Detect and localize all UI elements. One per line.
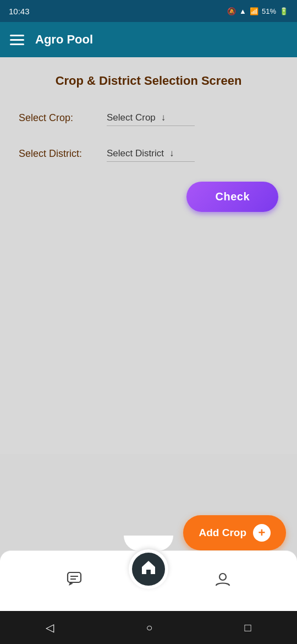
menu-button[interactable] bbox=[10, 35, 24, 45]
nav-profile[interactable] bbox=[148, 571, 297, 591]
back-button[interactable]: ◁ bbox=[46, 621, 54, 634]
plus-icon: + bbox=[258, 527, 266, 539]
app-bar: Agro Pool bbox=[0, 22, 297, 57]
crop-label: Select Crop: bbox=[19, 112, 107, 124]
screen-title: Crop & District Selection Screen bbox=[13, 74, 284, 88]
add-crop-icon-circle: + bbox=[253, 524, 271, 542]
wifi-icon: ▲ bbox=[239, 7, 246, 15]
check-btn-row: Check bbox=[13, 182, 284, 212]
notification-icon: 🔕 bbox=[227, 7, 236, 15]
main-content: Crop & District Selection Screen Select … bbox=[0, 57, 297, 454]
add-crop-label: Add Crop bbox=[199, 527, 246, 539]
empty-space bbox=[13, 212, 284, 443]
signal-icon: 📶 bbox=[250, 7, 258, 15]
profile-icon bbox=[215, 571, 230, 591]
nav-home-inner bbox=[132, 553, 165, 586]
district-row: Select District: Select District ↓ bbox=[13, 146, 284, 162]
crop-dropdown[interactable]: Select Crop ↓ bbox=[107, 110, 195, 126]
svg-rect-0 bbox=[68, 572, 81, 582]
district-dropdown-value: Select District bbox=[107, 148, 164, 159]
crop-row: Select Crop: Select Crop ↓ bbox=[13, 110, 284, 126]
crop-dropdown-arrow: ↓ bbox=[161, 112, 166, 123]
status-icons: 🔕 ▲ 📶 51% 🔋 bbox=[227, 7, 288, 15]
chat-icon bbox=[67, 571, 82, 591]
recent-button[interactable]: □ bbox=[244, 621, 251, 634]
district-label: Select District: bbox=[19, 148, 107, 160]
check-button[interactable]: Check bbox=[186, 182, 278, 212]
nav-home-container[interactable] bbox=[129, 549, 168, 589]
status-bar: 10:43 🔕 ▲ 📶 51% 🔋 bbox=[0, 0, 297, 22]
crop-dropdown-value: Select Crop bbox=[107, 112, 156, 123]
bottom-nav bbox=[0, 550, 297, 611]
status-time: 10:43 bbox=[9, 7, 30, 16]
battery-level: 51% bbox=[262, 7, 276, 15]
add-crop-button[interactable]: Add Crop + bbox=[183, 515, 286, 550]
battery-icon: 🔋 bbox=[279, 7, 288, 15]
system-nav-bar: ◁ ○ □ bbox=[0, 611, 297, 644]
app-title: Agro Pool bbox=[35, 32, 93, 47]
svg-point-3 bbox=[219, 574, 226, 580]
district-dropdown[interactable]: Select District ↓ bbox=[107, 146, 195, 162]
home-icon bbox=[140, 559, 157, 580]
district-dropdown-arrow: ↓ bbox=[169, 148, 174, 159]
home-button[interactable]: ○ bbox=[146, 621, 152, 634]
nav-chat[interactable] bbox=[0, 571, 148, 591]
